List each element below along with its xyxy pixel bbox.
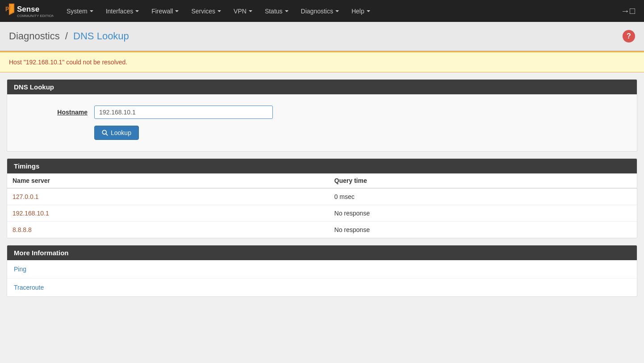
nameserver-cell: 192.168.10.1 <box>7 205 329 222</box>
nav-link-system[interactable]: System <box>60 0 100 22</box>
hostname-input[interactable] <box>94 106 273 119</box>
nav-item-services[interactable]: Services <box>185 0 227 22</box>
nav-label-services: Services <box>191 8 215 15</box>
hostname-label: Hostname <box>14 109 94 116</box>
querytime-cell: No response <box>329 205 637 222</box>
col-nameserver: Name server <box>7 173 329 188</box>
timings-heading: Timings <box>7 159 637 173</box>
timings-title: Timings <box>14 162 39 170</box>
alert-message: Host "192.168.10.1" could not be resolve… <box>9 59 127 66</box>
logout-icon[interactable]: →□ <box>616 6 640 16</box>
breadcrumb-parent: Diagnostics <box>9 30 60 42</box>
page-content: DNS Lookup Hostname Lookup Timings <box>0 72 644 310</box>
querytime-cell: 0 msec <box>329 188 637 205</box>
nav-item-help[interactable]: Help <box>345 0 376 22</box>
nav-link-interfaces[interactable]: Interfaces <box>100 0 145 22</box>
breadcrumb-current[interactable]: DNS Lookup <box>73 30 129 42</box>
nameserver-cell: 127.0.0.1 <box>7 188 329 205</box>
nav-link-services[interactable]: Services <box>185 0 227 22</box>
nav-item-system[interactable]: System <box>60 0 100 22</box>
table-row: 8.8.8.8No response <box>7 222 637 238</box>
nav-caret-vpn <box>249 10 252 12</box>
more-info-heading: More Information <box>7 245 637 260</box>
more-info-link[interactable]: Ping <box>7 260 637 279</box>
nav-right: →□ <box>616 6 640 16</box>
svg-text:Sense: Sense <box>17 5 39 13</box>
navbar: pf Sense COMMUNITY EDITION System Interf… <box>0 0 644 22</box>
nav-link-diagnostics[interactable]: Diagnostics <box>295 0 345 22</box>
svg-text:pf: pf <box>5 4 11 11</box>
col-querytime: Query time <box>329 173 637 188</box>
nav-item-interfaces[interactable]: Interfaces <box>100 0 145 22</box>
nav-item-firewall[interactable]: Firewall <box>145 0 185 22</box>
nav-caret-help <box>367 10 370 12</box>
dns-lookup-title: DNS Lookup <box>14 83 54 91</box>
more-info-title: More Information <box>14 249 69 257</box>
nav-item-vpn[interactable]: VPN <box>227 0 259 22</box>
nav-link-status[interactable]: Status <box>259 0 295 22</box>
nav-label-diagnostics: Diagnostics <box>301 8 333 15</box>
alert-warning: Host "192.168.10.1" could not be resolve… <box>0 51 644 72</box>
breadcrumb: Diagnostics / DNS Lookup <box>9 30 129 42</box>
nav-label-interfaces: Interfaces <box>106 8 133 15</box>
dns-lookup-heading: DNS Lookup <box>7 80 637 94</box>
svg-line-6 <box>106 134 108 135</box>
nav-caret-system <box>90 10 93 12</box>
nav-label-firewall: Firewall <box>151 8 173 15</box>
search-icon <box>102 130 108 136</box>
nav-link-vpn[interactable]: VPN <box>227 0 259 22</box>
nav-menu: System Interfaces Firewall Services <box>60 0 616 22</box>
nav-link-firewall[interactable]: Firewall <box>145 0 185 22</box>
nav-caret-firewall <box>175 10 179 12</box>
nav-label-vpn: VPN <box>234 8 247 15</box>
nav-link-help[interactable]: Help <box>345 0 376 22</box>
help-button[interactable]: ? <box>623 30 635 42</box>
table-row: 192.168.10.1No response <box>7 205 637 222</box>
dns-lookup-panel: DNS Lookup Hostname Lookup <box>7 79 637 152</box>
nameserver-cell: 8.8.8.8 <box>7 222 329 238</box>
timings-body: Name server Query time 127.0.0.10 msec19… <box>7 173 637 238</box>
table-row: 127.0.0.10 msec <box>7 188 637 205</box>
nav-label-help: Help <box>351 8 364 15</box>
nav-caret-status <box>285 10 289 12</box>
timings-panel: Timings Name server Query time 127.0.0.1… <box>7 158 637 238</box>
nav-item-diagnostics[interactable]: Diagnostics <box>295 0 345 22</box>
nav-caret-services <box>217 10 221 12</box>
more-info-link[interactable]: Traceroute <box>7 279 637 296</box>
timings-header-row: Name server Query time <box>7 173 637 188</box>
more-info-panel: More Information PingTraceroute <box>7 245 637 297</box>
svg-text:COMMUNITY EDITION: COMMUNITY EDITION <box>17 14 54 18</box>
more-info-links: PingTraceroute <box>7 260 637 296</box>
lookup-button-label: Lookup <box>111 129 131 136</box>
nav-caret-interfaces <box>135 10 139 12</box>
lookup-button[interactable]: Lookup <box>94 126 139 140</box>
nav-caret-diagnostics <box>335 10 339 12</box>
nav-label-status: Status <box>265 8 283 15</box>
brand-logo[interactable]: pf Sense COMMUNITY EDITION <box>4 3 54 20</box>
querytime-cell: No response <box>329 222 637 238</box>
dns-lookup-body: Hostname Lookup <box>7 94 637 151</box>
svg-point-5 <box>102 130 106 134</box>
page-header: Diagnostics / DNS Lookup ? <box>0 22 644 51</box>
timings-table: Name server Query time 127.0.0.10 msec19… <box>7 173 637 238</box>
nav-item-status[interactable]: Status <box>259 0 295 22</box>
nav-label-system: System <box>67 8 88 15</box>
hostname-row: Hostname <box>14 101 630 123</box>
breadcrumb-separator: / <box>65 30 68 42</box>
